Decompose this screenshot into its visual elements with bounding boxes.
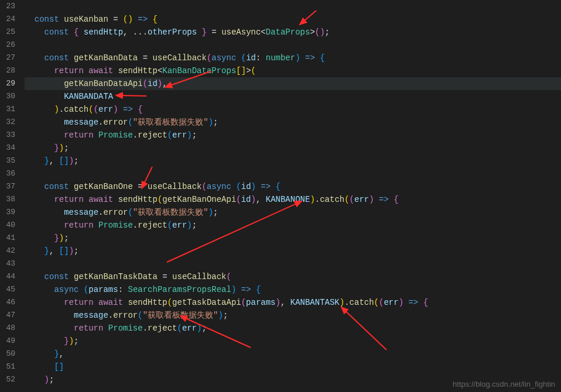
token: async xyxy=(211,53,241,63)
token: useAsync xyxy=(221,27,261,37)
token: err xyxy=(182,324,197,333)
code-area[interactable]: const useKanban = () => { const { sendHt… xyxy=(22,0,561,392)
line-number: 37 xyxy=(5,180,15,193)
token: error xyxy=(103,118,128,127)
token: ; xyxy=(325,27,330,37)
code-line[interactable]: }); xyxy=(25,142,561,154)
token: => xyxy=(241,285,251,294)
token: { xyxy=(276,182,280,191)
token: ; xyxy=(213,208,218,217)
code-line[interactable]: async (params: SearchParamsPropsReal) =>… xyxy=(25,283,561,296)
token: ( xyxy=(241,53,246,63)
token: async xyxy=(207,182,236,191)
token: await xyxy=(88,66,118,75)
code-line[interactable]: return await sendHttp(getTaskDataApi(par… xyxy=(25,296,561,309)
token: ) xyxy=(369,195,374,204)
line-number: 33 xyxy=(5,129,15,142)
code-line[interactable]: }); xyxy=(25,335,561,348)
token: ) xyxy=(54,105,59,114)
code-line[interactable] xyxy=(25,257,561,270)
token: = xyxy=(138,53,152,63)
token: error xyxy=(113,311,138,320)
line-number: 36 xyxy=(5,167,15,180)
code-line[interactable]: }, []); xyxy=(25,245,561,257)
code-line[interactable]: }, []); xyxy=(25,154,561,167)
token: . xyxy=(143,324,148,333)
token: message xyxy=(64,118,98,127)
code-line[interactable]: [] xyxy=(25,360,561,373)
line-number: 52 xyxy=(5,373,15,386)
token: ] xyxy=(241,66,246,75)
token: ( xyxy=(315,27,320,37)
token: useCallback xyxy=(172,272,226,281)
token: ; xyxy=(74,156,78,166)
token: } xyxy=(45,156,49,166)
code-line[interactable]: return Promise.reject(err); xyxy=(25,322,561,335)
token: ; xyxy=(202,324,207,333)
line-number: 45 xyxy=(5,283,15,296)
token: [ xyxy=(59,246,64,256)
token: id xyxy=(241,195,251,204)
token: useCallback xyxy=(148,182,201,191)
token: , ... xyxy=(123,27,148,37)
token: < xyxy=(261,27,265,37)
code-line[interactable] xyxy=(25,0,561,13)
token: catch xyxy=(320,195,344,204)
code-line[interactable]: }); xyxy=(25,232,561,245)
token: ( xyxy=(202,182,207,191)
token: ( xyxy=(241,298,246,307)
code-line[interactable]: const getKanBanData = useCallback(async … xyxy=(25,51,561,64)
code-line[interactable] xyxy=(25,167,561,180)
code-line[interactable]: return Promise.reject(err); xyxy=(25,219,561,232)
token: ; xyxy=(74,336,78,346)
line-number: 50 xyxy=(5,348,15,360)
token: { xyxy=(256,285,261,294)
line-number: 25 xyxy=(5,26,15,39)
token xyxy=(315,53,320,63)
token: ( xyxy=(350,195,354,204)
token: ) xyxy=(310,195,314,204)
token: ( xyxy=(374,298,379,307)
line-number: 23 xyxy=(5,0,15,13)
token: getKanBanData xyxy=(74,53,138,63)
code-line[interactable]: const useKanban = () => { xyxy=(25,13,561,26)
code-line[interactable]: return await sendHttp<KanBanDataProps[]>… xyxy=(25,64,561,77)
code-line[interactable]: const { sendHttp, ...otherProps } = useA… xyxy=(25,26,561,39)
token: const xyxy=(45,182,74,191)
code-editor[interactable]: 2324252627282930313233343536373839404142… xyxy=(0,0,561,392)
code-line[interactable]: message.error("获取看板数据失败"); xyxy=(25,116,561,129)
token xyxy=(197,27,201,37)
line-number: 27 xyxy=(5,51,15,64)
code-line[interactable]: return await sendHttp(getKanBanOneApi(id… xyxy=(25,193,561,206)
line-number: 44 xyxy=(5,270,15,283)
code-line[interactable]: getKanBanDataApi(id), xyxy=(25,77,561,90)
token xyxy=(300,53,305,63)
line-number: 28 xyxy=(5,64,15,77)
code-line[interactable]: const getKanBanTaskData = useCallback( xyxy=(25,270,561,283)
token: = xyxy=(133,182,148,191)
token: => xyxy=(138,15,148,24)
token: ; xyxy=(49,375,54,384)
code-line[interactable]: ).catch((err) => { xyxy=(25,103,561,116)
code-line[interactable]: KANBANDATA xyxy=(25,90,561,103)
token: ; xyxy=(213,118,218,127)
token: ) xyxy=(69,246,74,256)
token: Promise xyxy=(98,221,133,230)
token: reject xyxy=(138,221,167,230)
token: ; xyxy=(192,130,197,140)
code-line[interactable]: message.error("获取看板数据失败"); xyxy=(25,309,561,322)
token: . xyxy=(108,311,113,320)
code-line[interactable]: }, xyxy=(25,348,561,360)
token: ; xyxy=(192,221,197,230)
code-line[interactable] xyxy=(25,39,561,51)
code-line[interactable]: return Promise.reject(err); xyxy=(25,129,561,142)
token: KANBANDATA xyxy=(64,92,113,101)
token xyxy=(236,285,241,294)
token: getKanBanTaskData xyxy=(74,272,158,281)
token xyxy=(271,182,275,191)
token: params xyxy=(88,285,118,294)
code-line[interactable]: message.error("获取看板数据失败"); xyxy=(25,206,561,219)
code-line[interactable]: const getKanBanOne = useCallback(async (… xyxy=(25,180,561,193)
token: ; xyxy=(64,233,69,243)
token: => xyxy=(305,53,315,63)
